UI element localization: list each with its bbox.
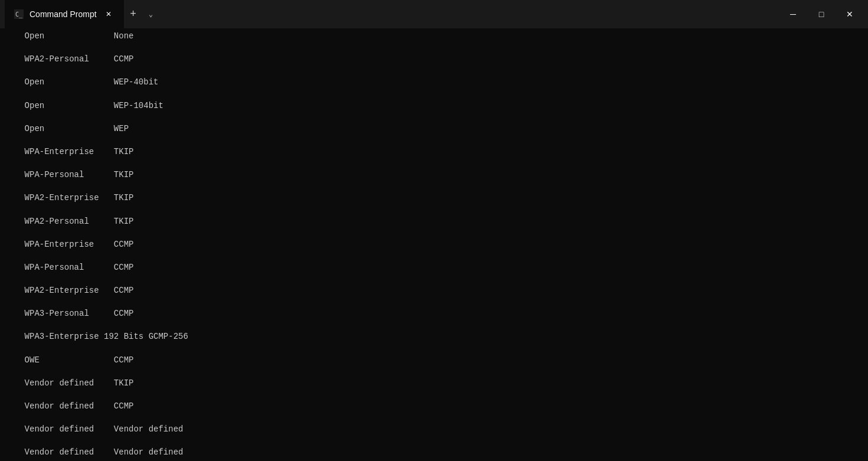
terminal-line: WPA2-Enterprise TKIP (5, 192, 863, 204)
terminal-line: WPA-Enterprise CCMP (5, 239, 863, 251)
terminal-line: Vendor defined Vendor defined (5, 447, 863, 459)
terminal-line: WPA2-Personal CCMP (5, 54, 863, 66)
terminal-line: OWE CCMP (5, 355, 863, 367)
terminal-line: WPA3-Personal CCMP (5, 308, 863, 320)
minimize-button[interactable]: ─ (779, 0, 807, 28)
tab-close-button[interactable]: ✕ (103, 8, 114, 20)
terminal-output: Open None WPA2-Personal CCMP Open WEP-40… (5, 31, 863, 461)
window-controls: ─ □ ✕ (779, 0, 863, 28)
terminal-line: Open None (5, 31, 863, 42)
tab-title: Command Prompt (30, 9, 97, 19)
terminal-line: Open WEP-40bit (5, 77, 863, 89)
terminal-line: WPA3-Enterprise 192 Bits GCMP-256 (5, 331, 863, 343)
terminal-line: WPA-Enterprise TKIP (5, 146, 863, 158)
terminal-line: WPA-Personal CCMP (5, 262, 863, 274)
terminal-line: WPA2-Personal TKIP (5, 216, 863, 228)
close-button[interactable]: ✕ (836, 0, 863, 28)
active-tab[interactable]: C_ Command Prompt ✕ (5, 0, 124, 28)
terminal-line: Open WEP-104bit (5, 100, 863, 112)
new-tab-button[interactable]: + (124, 5, 143, 24)
maximize-button[interactable]: □ (808, 0, 835, 28)
terminal-line: Vendor defined Vendor defined (5, 424, 863, 436)
terminal-line: WPA2-Enterprise CCMP (5, 285, 863, 297)
terminal-line: WPA-Personal TKIP (5, 169, 863, 181)
terminal-content[interactable]: Open None WPA2-Personal CCMP Open WEP-40… (0, 28, 868, 461)
svg-text:C_: C_ (15, 11, 23, 18)
terminal-line: Vendor defined CCMP (5, 401, 863, 413)
tab-dropdown-button[interactable]: ⌄ (143, 6, 159, 22)
cmd-icon: C_ (14, 9, 24, 19)
terminal-line: Vendor defined TKIP (5, 378, 863, 390)
terminal-line: Open WEP (5, 123, 863, 135)
tab-area: C_ Command Prompt ✕ + ⌄ (5, 0, 775, 28)
title-bar: C_ Command Prompt ✕ + ⌄ ─ □ ✕ (0, 0, 868, 28)
